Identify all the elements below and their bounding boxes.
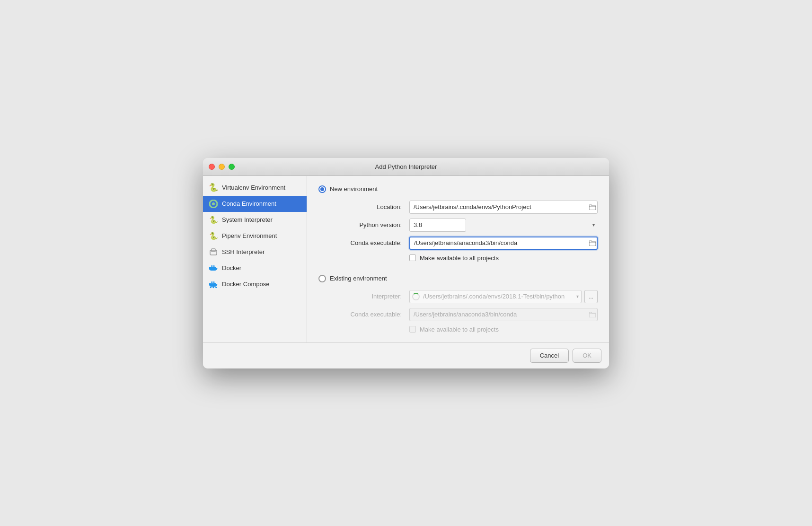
conda-exec-label: Conda executable: xyxy=(330,239,406,246)
svg-point-16 xyxy=(215,286,217,288)
svg-rect-19 xyxy=(589,314,596,317)
sidebar-item-ssh[interactable]: SSH Interpreter xyxy=(203,244,307,260)
svg-point-1 xyxy=(212,202,215,205)
sidebar-item-pipenv[interactable]: 🐍 Pipenv Environment xyxy=(203,228,307,244)
location-browse-button[interactable] xyxy=(589,204,596,210)
window-controls xyxy=(209,164,235,170)
system-icon: 🐍 xyxy=(209,215,218,225)
dialog-title: Add Python Interpreter xyxy=(375,163,437,170)
sidebar-item-docker[interactable]: Docker xyxy=(203,260,307,276)
virtualenv-icon: 🐍 xyxy=(209,183,218,193)
existing-environment-section: Existing environment Interpreter: ▾ ... xyxy=(318,275,598,333)
sidebar-label-conda: Conda Environment xyxy=(222,200,276,207)
new-environment-radio-row[interactable]: New environment xyxy=(318,185,598,193)
chevron-down-icon: ▾ xyxy=(592,222,595,228)
existing-environment-label: Existing environment xyxy=(330,275,387,282)
sidebar-label-pipenv: Pipenv Environment xyxy=(222,232,277,239)
svg-point-14 xyxy=(210,286,212,288)
python-version-select-wrapper: 3.8 3.7 3.9 3.10 ▾ xyxy=(409,219,598,232)
location-input[interactable] xyxy=(409,201,598,214)
sidebar-item-system[interactable]: 🐍 System Interpreter xyxy=(203,212,307,228)
sidebar-label-docker: Docker xyxy=(222,264,241,272)
ok-button[interactable]: OK xyxy=(573,349,601,363)
docker-compose-icon xyxy=(209,280,218,289)
svg-point-15 xyxy=(212,286,214,288)
make-available-existing-checkbox xyxy=(409,326,416,333)
cancel-button[interactable]: Cancel xyxy=(530,349,569,363)
dialog-footer: Cancel OK xyxy=(203,342,609,368)
conda-exec-existing-label: Conda executable: xyxy=(330,311,406,318)
svg-rect-17 xyxy=(589,206,596,210)
title-bar: Add Python Interpreter xyxy=(203,158,609,176)
dialog: Add Python Interpreter 🐍 Virtualenv Envi… xyxy=(203,158,609,368)
conda-exec-existing-wrapper xyxy=(409,308,598,321)
conda-exec-input-wrapper xyxy=(409,237,598,250)
conda-icon xyxy=(209,199,218,209)
sidebar-label-docker-compose: Docker Compose xyxy=(222,281,269,288)
svg-rect-13 xyxy=(213,281,214,282)
svg-rect-7 xyxy=(211,265,212,267)
sidebar: 🐍 Virtualenv Environment Conda Environme… xyxy=(203,176,307,342)
conda-exec-input[interactable] xyxy=(409,237,598,250)
make-available-existing-label: Make available to all projects xyxy=(420,326,499,333)
existing-environment-radio-row[interactable]: Existing environment xyxy=(318,275,598,282)
new-environment-label: New environment xyxy=(330,185,378,193)
maximize-button[interactable] xyxy=(229,164,235,170)
sidebar-item-virtualenv[interactable]: 🐍 Virtualenv Environment xyxy=(203,180,307,196)
make-available-existing-row: Make available to all projects xyxy=(409,326,598,333)
ssh-icon xyxy=(209,247,218,257)
interpreter-select-row: ▾ ... xyxy=(409,290,598,303)
existing-env-form: Interpreter: ▾ ... Conda executable: xyxy=(330,290,598,333)
pipenv-icon: 🐍 xyxy=(209,231,218,241)
make-available-new-checkbox[interactable] xyxy=(409,254,416,261)
python-version-label: Python version: xyxy=(330,221,406,228)
interpreter-ellipsis-button[interactable]: ... xyxy=(584,290,598,303)
docker-icon xyxy=(209,263,218,273)
close-button[interactable] xyxy=(209,164,215,170)
location-input-wrapper xyxy=(409,201,598,214)
svg-rect-2 xyxy=(210,250,217,255)
interpreter-chevron-icon: ▾ xyxy=(576,294,579,299)
svg-rect-12 xyxy=(211,281,212,282)
interpreter-input[interactable] xyxy=(409,290,582,303)
svg-rect-8 xyxy=(213,265,214,267)
new-env-form: Location: Python version: 3.8 3.7 3. xyxy=(330,201,598,262)
svg-rect-18 xyxy=(589,242,596,246)
sidebar-label-ssh: SSH Interpreter xyxy=(222,248,265,255)
sidebar-label-virtualenv: Virtualenv Environment xyxy=(222,184,285,191)
conda-exec-browse-button[interactable] xyxy=(589,240,596,246)
location-label: Location: xyxy=(330,203,406,210)
interpreter-input-wrapper: ▾ xyxy=(409,290,582,303)
conda-exec-existing-browse xyxy=(589,312,596,317)
python-version-select[interactable]: 3.8 3.7 3.9 3.10 xyxy=(409,219,466,232)
sidebar-label-system: System Interpreter xyxy=(222,216,273,223)
minimize-button[interactable] xyxy=(219,164,225,170)
interpreter-label: Interpreter: xyxy=(330,293,406,300)
interpreter-spinner xyxy=(412,293,420,300)
make-available-new-row: Make available to all projects xyxy=(409,254,598,262)
make-available-new-label: Make available to all projects xyxy=(420,254,499,262)
dialog-body: 🐍 Virtualenv Environment Conda Environme… xyxy=(203,176,609,342)
sidebar-item-conda[interactable]: Conda Environment xyxy=(203,196,307,212)
conda-exec-existing-input xyxy=(409,308,598,321)
sidebar-item-docker-compose[interactable]: Docker Compose xyxy=(203,276,307,292)
new-environment-radio[interactable] xyxy=(318,185,326,193)
new-environment-section: New environment Location: Python version… xyxy=(318,185,598,262)
existing-environment-radio[interactable] xyxy=(318,275,326,282)
main-content: New environment Location: Python version… xyxy=(307,176,609,342)
